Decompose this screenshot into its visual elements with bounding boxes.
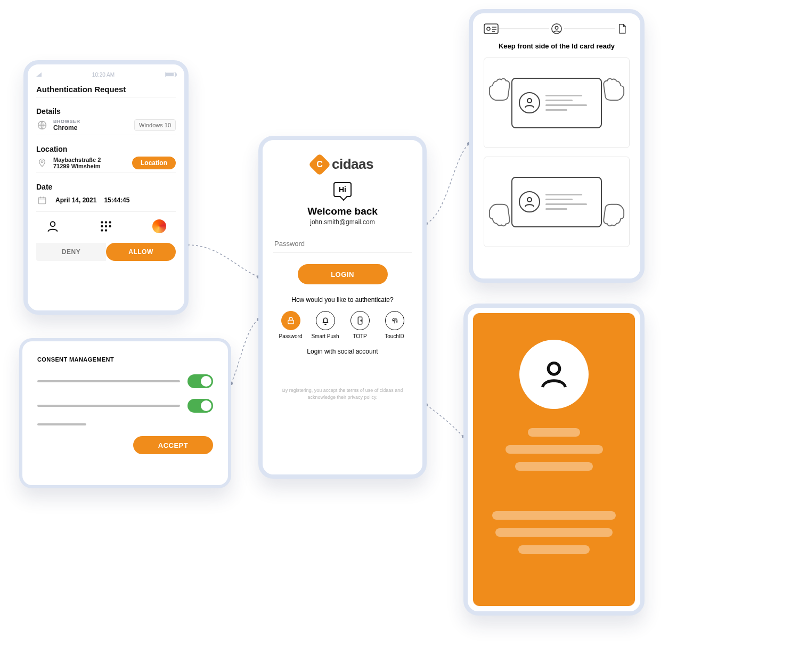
method-touchid[interactable]: TouchID (379, 311, 410, 339)
battery-icon (165, 72, 176, 77)
consent-toggle-2[interactable] (187, 399, 213, 413)
date-heading: Date (36, 183, 176, 191)
placeholder-line (518, 545, 590, 554)
svg-rect-13 (288, 320, 293, 324)
svg-point-4 (51, 222, 55, 226)
consent-title: CONSENT MANAGEMENT (37, 356, 213, 363)
document-step-icon (615, 23, 630, 35)
id-card-step-icon (484, 23, 499, 35)
globe-icon (36, 119, 48, 131)
hi-bubble: Hi (333, 182, 352, 197)
user-email: john.smith@gmail.com (273, 218, 412, 226)
details-heading: Details (36, 107, 176, 116)
id-card-illustration (511, 78, 602, 128)
diagram-stage: 10:20 AM Authentication Request Details … (0, 0, 799, 672)
browser-label: BROWSER (53, 119, 80, 124)
placeholder-line (515, 462, 593, 471)
browser-row: BROWSER Chrome Windows 10 (36, 119, 176, 132)
hand-icon (595, 73, 626, 102)
profile-screen (463, 304, 645, 616)
method-label: Smart Push (311, 333, 339, 339)
hand-icon (595, 203, 626, 232)
svg-point-20 (527, 99, 532, 103)
allow-button[interactable]: ALLOW (106, 243, 176, 261)
factor-row (36, 211, 176, 239)
consent-screen: CONSENT MANAGEMENT ACCEPT (19, 338, 231, 488)
avatar-icon (519, 92, 540, 113)
auth-title: Authentication Request (36, 85, 176, 94)
consent-row-2 (37, 399, 213, 413)
location-button[interactable]: Location (132, 157, 176, 169)
login-button[interactable]: LOGIN (298, 264, 388, 284)
deny-button[interactable]: DENY (36, 243, 106, 261)
profile-avatar (519, 340, 589, 409)
svg-point-6 (105, 221, 107, 223)
fingerprint-icon (385, 311, 404, 330)
hand-icon (487, 203, 518, 232)
phone-key-icon (350, 311, 370, 330)
consent-row-3 (37, 423, 213, 425)
os-chip: Windows 10 (134, 119, 176, 131)
id-slot-back[interactable] (484, 157, 630, 247)
accept-button[interactable]: ACCEPT (133, 436, 213, 454)
profile-panel (473, 313, 635, 606)
svg-point-21 (527, 198, 532, 202)
svg-rect-14 (358, 317, 362, 324)
method-label: TOTP (353, 333, 366, 339)
consent-row-1 (37, 374, 213, 388)
svg-point-17 (487, 27, 490, 30)
browser-value: Chrome (53, 124, 80, 132)
person-step-icon (549, 23, 564, 35)
brand: cidaas (273, 156, 412, 173)
auth-prompt: How would you like to authenticate? (273, 296, 412, 304)
svg-point-7 (109, 221, 111, 223)
placeholder-line (495, 528, 613, 537)
placeholder-line (37, 405, 180, 407)
id-card-screen: Keep front side of the Id card ready (469, 9, 645, 283)
login-screen: cidaas Hi Welcome back john.smith@gmail.… (258, 136, 427, 479)
method-totp[interactable]: TOTP (345, 311, 376, 339)
avatar-icon (519, 191, 540, 212)
address-line1: Maybachstraße 2 (53, 157, 101, 163)
brand-name: cidaas (332, 156, 373, 173)
calendar-icon (36, 194, 48, 206)
svg-rect-3 (38, 198, 46, 204)
bell-icon (316, 311, 335, 330)
swirl-icon[interactable] (152, 219, 166, 233)
method-password[interactable]: Password (275, 311, 306, 339)
placeholder-line (37, 380, 180, 382)
social-login-text[interactable]: Login with social account (273, 348, 412, 355)
svg-point-2 (41, 161, 43, 163)
password-input[interactable] (273, 235, 412, 252)
id-slot-front[interactable] (484, 58, 630, 148)
date-value: April 14, 2021 (55, 196, 96, 204)
signal-icon (36, 72, 42, 77)
status-bar: 10:20 AM (36, 70, 176, 79)
consent-toggle-1[interactable] (187, 374, 213, 388)
stepper (484, 23, 630, 35)
svg-point-12 (105, 229, 107, 231)
map-pin-icon (36, 157, 48, 169)
brand-logo-icon (308, 153, 331, 175)
placeholder-line (37, 423, 86, 425)
svg-point-18 (552, 24, 561, 34)
method-smartpush[interactable]: Smart Push (310, 311, 341, 339)
svg-point-19 (555, 26, 558, 29)
svg-point-9 (105, 225, 107, 227)
method-label: Password (279, 333, 303, 339)
hand-icon (487, 73, 518, 102)
svg-point-11 (101, 229, 103, 231)
placeholder-line (528, 428, 580, 437)
user-icon[interactable] (46, 219, 60, 235)
address-line2: 71299 Wimsheim (53, 163, 101, 169)
welcome-text: Welcome back (273, 206, 412, 217)
status-time: 10:20 AM (92, 72, 115, 78)
placeholder-line (506, 445, 603, 454)
pattern-icon[interactable] (99, 219, 113, 235)
auth-request-screen: 10:20 AM Authentication Request Details … (23, 60, 189, 315)
svg-point-5 (101, 221, 103, 223)
svg-point-22 (548, 363, 559, 374)
placeholder-line (492, 511, 616, 520)
id-instruction: Keep front side of the Id card ready (484, 42, 630, 50)
svg-rect-16 (484, 24, 498, 34)
